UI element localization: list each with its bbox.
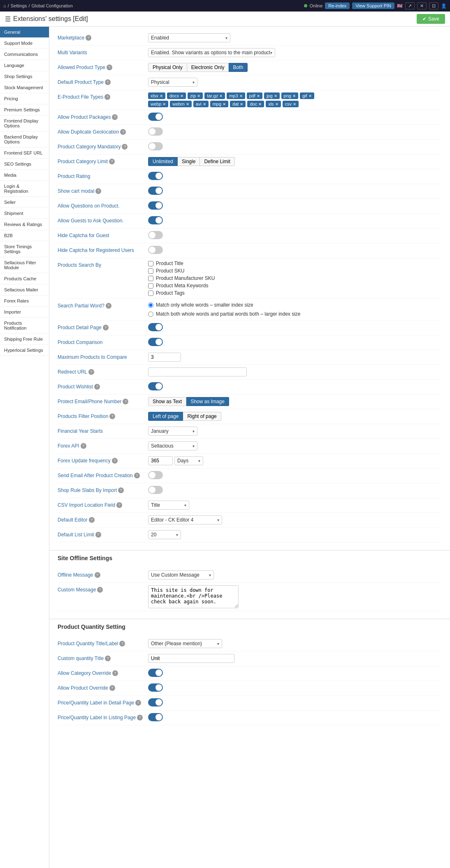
sidebar-item-hyperlocal-settings[interactable]: Hyperlocal Settings [0, 345, 49, 356]
search-manufacturer-sku-row[interactable]: Product Manufacturer SKU [148, 275, 215, 281]
forex-update-value-input[interactable] [148, 456, 173, 465]
tag-targz-close[interactable]: ✕ [219, 94, 223, 98]
price-qty-listing-toggle[interactable] [148, 713, 163, 721]
unlimited-btn[interactable]: Unlimited [148, 157, 178, 166]
protect-email-info-icon[interactable]: ? [123, 399, 128, 404]
sidebar-item-shipment[interactable]: Shipment [0, 208, 49, 219]
user-icon[interactable]: 👤 [441, 3, 447, 9]
sidebar-item-shipping-free-rule[interactable]: Shipping Free Rule [0, 334, 49, 345]
marketplace-info-icon[interactable]: ? [86, 35, 91, 41]
define-limit-btn[interactable]: Define Limit [200, 157, 234, 166]
product-detail-page-toggle[interactable] [148, 323, 163, 331]
offline-message-dropdown[interactable]: Use Custom Message ▾ [148, 570, 214, 579]
search-product-sku-row[interactable]: Product SKU [148, 268, 215, 274]
product-category-limit-info-icon[interactable]: ? [109, 159, 115, 164]
sidebar-item-support-mode[interactable]: Support Mode [0, 38, 49, 49]
custom-qty-title-info-icon[interactable]: ? [105, 656, 111, 661]
product-qty-title-label-dropdown[interactable]: Other (Please mention) ▾ [148, 639, 222, 648]
default-list-limit-dropdown[interactable]: 20 ▾ [148, 530, 181, 539]
tag-png-close[interactable]: ✕ [292, 94, 296, 98]
hide-captcha-guest-toggle[interactable] [148, 231, 163, 239]
tag-doc-close[interactable]: ✕ [258, 102, 262, 106]
tag-mp3-close[interactable]: ✕ [239, 94, 243, 98]
allow-category-override-info-icon[interactable]: ? [112, 670, 118, 676]
allow-duplicate-geolocation-info-icon[interactable]: ? [120, 129, 126, 135]
show-cart-modal-toggle[interactable] [148, 187, 163, 195]
product-comparison-toggle[interactable] [148, 338, 163, 346]
show-cart-modal-info-icon[interactable]: ? [95, 188, 101, 194]
max-products-compare-input[interactable] [148, 353, 181, 362]
hide-captcha-registered-toggle[interactable] [148, 246, 163, 254]
sidebar-item-general[interactable]: General [0, 27, 49, 38]
save-button[interactable]: ✔ Save [417, 14, 445, 24]
forex-api-dropdown[interactable]: Sellacious ▾ [148, 441, 197, 450]
allow-guests-ask-toggle[interactable] [148, 216, 163, 224]
default-list-limit-info-icon[interactable]: ? [95, 532, 101, 538]
sidebar-item-forex-rates[interactable]: Forex Rates [0, 295, 49, 307]
tag-mpg-close[interactable]: ✕ [223, 102, 226, 106]
tag-avi-close[interactable]: ✕ [203, 102, 206, 106]
allow-product-packages-toggle[interactable] [148, 113, 163, 121]
sidebar-item-sellacious-filter[interactable]: Sellacious Filter Module [0, 257, 49, 273]
shop-rule-slabs-info-icon[interactable]: ? [118, 487, 124, 493]
home-icon[interactable]: ⌂ [3, 3, 6, 8]
products-filter-position-info-icon[interactable]: ? [109, 413, 115, 419]
e-product-file-types-info-icon[interactable]: ? [104, 94, 110, 100]
tag-pdf-close[interactable]: ✕ [257, 94, 260, 98]
sidebar-item-frontend-display[interactable]: Frontend Display Options [0, 115, 49, 132]
search-partial-radio-both-row[interactable]: Match both whole words and partial words… [148, 311, 301, 317]
sidebar-item-media[interactable]: Media [0, 170, 49, 181]
default-product-type-dropdown[interactable]: Physical ▾ [148, 78, 197, 87]
reindex-button[interactable]: Re-index [325, 2, 350, 9]
sidebar-item-sellacious-mailer[interactable]: Sellacious Mailer [0, 284, 49, 295]
sidebar-item-backend-display[interactable]: Backend Display Options [0, 132, 49, 148]
support-pin-button[interactable]: View Support PIN [352, 2, 394, 9]
product-qty-title-info-icon[interactable]: ? [119, 641, 125, 646]
sidebar-item-importer[interactable]: Importer [0, 307, 49, 318]
allow-category-override-toggle[interactable] [148, 669, 163, 677]
breadcrumb-settings[interactable]: Settings [11, 3, 27, 8]
allow-duplicate-geolocation-toggle[interactable] [148, 127, 163, 136]
tag-webm-close[interactable]: ✕ [186, 102, 189, 106]
search-meta-keywords-checkbox[interactable] [148, 283, 153, 289]
sidebar-item-login-registration[interactable]: Login & Registration [0, 181, 49, 197]
multi-variants-dropdown[interactable]: Enabled. Show variants as options to the… [148, 48, 275, 57]
search-partial-radio-whole[interactable] [148, 302, 153, 308]
left-of-page-btn[interactable]: Left of page [148, 412, 183, 421]
allowed-product-type-info-icon[interactable]: ? [107, 65, 112, 70]
tag-csv-close[interactable]: ✕ [293, 102, 296, 106]
close-button[interactable]: ✕ [417, 2, 427, 9]
search-product-title-row[interactable]: Product Title [148, 261, 215, 266]
send-email-toggle[interactable] [148, 471, 163, 479]
single-btn[interactable]: Single [178, 157, 200, 166]
right-of-page-btn[interactable]: Right of page [183, 412, 221, 421]
allow-product-override-info-icon[interactable]: ? [109, 685, 115, 691]
search-product-tags-checkbox[interactable] [148, 291, 153, 296]
window-button[interactable]: ⊡ [429, 2, 438, 9]
electronic-only-btn[interactable]: Electronic Only [187, 63, 229, 72]
custom-message-textarea[interactable]: This site is down for maintenance.<br />… [148, 585, 239, 608]
default-editor-info-icon[interactable]: ? [89, 517, 95, 523]
sidebar-item-seller[interactable]: Seller [0, 197, 49, 208]
search-product-title-checkbox[interactable] [148, 261, 153, 266]
external-link-button[interactable]: ↗ [405, 2, 415, 9]
shop-rule-slabs-toggle[interactable] [148, 486, 163, 494]
forex-update-info-icon[interactable]: ? [112, 458, 118, 464]
search-partial-radio-both[interactable] [148, 312, 153, 317]
forex-update-unit-dropdown[interactable]: Days ▾ [174, 456, 203, 465]
tag-xls-close[interactable]: ✕ [275, 102, 278, 106]
both-btn[interactable]: Both [229, 63, 248, 72]
sidebar-item-products-notification[interactable]: Products Notification [0, 318, 49, 334]
sidebar-item-language[interactable]: Language [0, 60, 49, 71]
custom-message-info-icon[interactable]: ? [97, 587, 103, 593]
sidebar-item-premium-settings[interactable]: Premium Settings [0, 104, 49, 115]
sidebar-item-frontend-sef[interactable]: Frontend SEF URL [0, 148, 49, 159]
marketplace-dropdown[interactable]: Enabled ▾ [148, 33, 230, 42]
allow-product-override-toggle[interactable] [148, 683, 163, 692]
csv-import-location-dropdown[interactable]: Title ▾ [148, 501, 189, 510]
sidebar-item-products-cache[interactable]: Products Cache [0, 273, 49, 284]
send-email-info-icon[interactable]: ? [134, 473, 140, 478]
tag-docx-close[interactable]: ✕ [180, 94, 183, 98]
redirect-url-info-icon[interactable]: ? [88, 369, 94, 375]
product-rating-toggle[interactable] [148, 172, 163, 180]
